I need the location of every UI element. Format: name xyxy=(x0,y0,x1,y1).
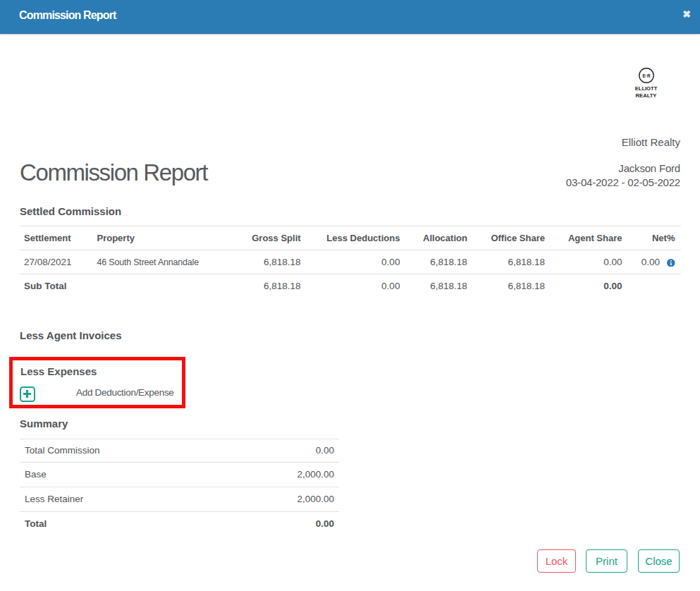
svg-text:E·R: E·R xyxy=(642,73,650,78)
